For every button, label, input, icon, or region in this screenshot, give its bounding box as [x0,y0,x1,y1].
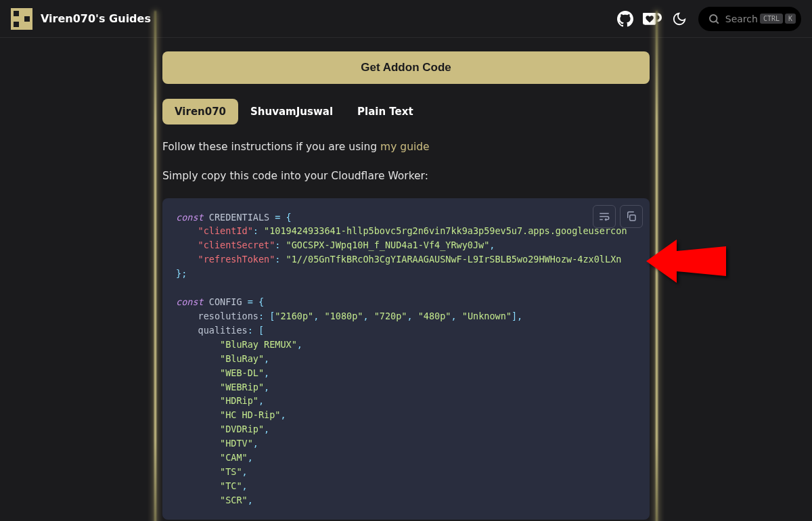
svg-line-1 [716,21,718,23]
code-block: const CREDENTIALS = { "clientId": "10194… [162,198,650,520]
main-content: Get Addon Code Viren070 ShuvamJuswal Pla… [162,38,650,521]
kbd-ctrl: CTRL [760,14,783,24]
tab-shuvamjuswal[interactable]: ShuvamJuswal [238,99,345,124]
kbd-k: K [785,14,796,24]
copy-code-button[interactable] [620,205,643,228]
site-logo[interactable] [11,8,32,30]
search-box[interactable]: Search CTRL K [698,7,801,31]
svg-point-0 [710,15,717,22]
svg-rect-4 [630,214,635,220]
theme-toggle-icon[interactable] [670,9,689,28]
border-glow-left [154,11,156,521]
instruction-1: Follow these instructions if you are usi… [162,139,650,155]
github-icon[interactable] [616,9,635,28]
search-icon [708,13,720,25]
kofi-icon[interactable] [643,9,662,28]
tabs: Viren070 ShuvamJuswal Plain Text [162,99,650,124]
search-placeholder: Search [725,14,758,24]
annotation-arrow [646,234,727,288]
get-addon-code-button[interactable]: Get Addon Code [162,51,650,84]
svg-marker-5 [646,240,726,283]
copy-icon [625,210,637,223]
tab-viren070[interactable]: Viren070 [162,99,238,124]
instruction-2: Simply copy this code into your Cloudfla… [162,168,650,184]
wrap-lines-button[interactable] [593,205,616,228]
my-guide-link[interactable]: my guide [380,141,430,153]
border-glow-right [656,11,658,521]
tab-plain-text[interactable]: Plain Text [345,99,426,124]
site-header: Viren070's Guides Search CTRL K [0,0,812,38]
wrap-icon [598,210,610,223]
site-title[interactable]: Viren070's Guides [41,12,151,25]
